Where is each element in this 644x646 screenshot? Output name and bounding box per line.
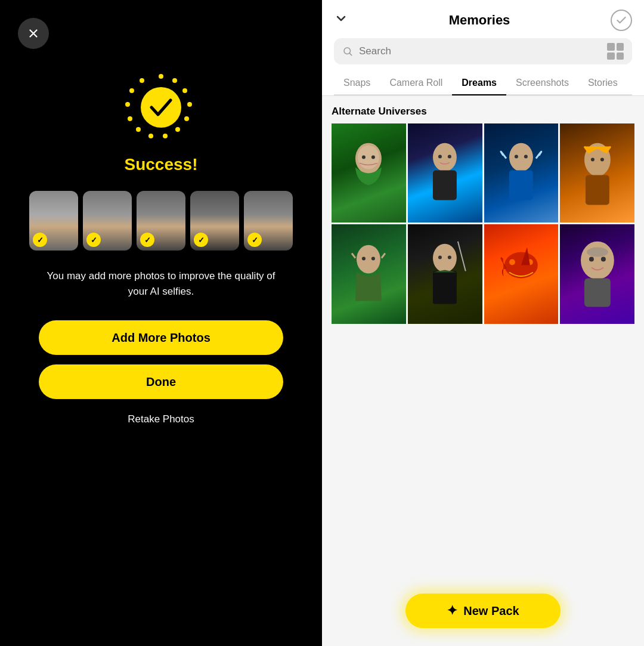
dream-image-5[interactable]: [332, 224, 406, 323]
sun-success-icon: [125, 72, 197, 143]
svg-point-22: [448, 154, 451, 158]
svg-point-46: [587, 248, 608, 257]
photos-row: ✓ ✓ ✓ ✓ ✓: [29, 191, 293, 251]
svg-rect-28: [586, 175, 609, 205]
svg-rect-43: [584, 278, 611, 307]
dream-image-6[interactable]: [408, 224, 482, 323]
dreams-grid-top: [332, 123, 634, 222]
svg-point-45: [601, 257, 606, 262]
photo-thumb-1: ✓: [29, 191, 78, 251]
svg-rect-24: [509, 170, 533, 200]
check-badge-5: ✓: [247, 233, 262, 247]
add-more-photos-button[interactable]: Add More Photos: [39, 320, 283, 355]
new-pack-button[interactable]: ✦ New Pack: [405, 594, 561, 628]
svg-point-40: [509, 259, 515, 265]
new-pack-btn-container: ✦ New Pack: [405, 594, 561, 628]
svg-line-38: [458, 242, 466, 271]
dreams-grid-bottom: [332, 224, 634, 323]
tabs-row: Snaps Camera Roll Dreams Screenshots Sto…: [334, 73, 632, 95]
svg-point-12: [140, 78, 144, 83]
photo-thumb-5: ✓: [244, 191, 293, 251]
check-badge-4: ✓: [194, 233, 208, 247]
svg-point-17: [362, 155, 366, 159]
svg-point-36: [438, 256, 442, 259]
done-button[interactable]: Done: [39, 364, 283, 399]
tab-camera-roll[interactable]: Camera Roll: [380, 73, 452, 94]
memories-content: Alternate Universes: [322, 96, 644, 646]
memories-top-row: Memories: [334, 10, 632, 31]
svg-point-16: [358, 145, 379, 169]
dream-image-4[interactable]: [560, 123, 634, 222]
sparkle-icon: ✦: [447, 603, 457, 619]
dream-image-8[interactable]: [560, 224, 634, 323]
dream-image-2[interactable]: [408, 123, 482, 222]
svg-point-33: [371, 257, 375, 261]
check-badge-3: ✓: [140, 233, 154, 247]
close-icon: [27, 27, 40, 40]
svg-point-29: [591, 157, 595, 161]
tab-dreams[interactable]: Dreams: [452, 73, 506, 94]
success-label: Success!: [125, 155, 198, 174]
svg-point-8: [136, 127, 141, 132]
svg-point-30: [600, 157, 604, 161]
svg-point-39: [504, 252, 538, 279]
chevron-down-icon[interactable]: [334, 11, 348, 29]
svg-point-23: [509, 143, 533, 171]
svg-point-26: [524, 154, 528, 158]
svg-point-7: [148, 134, 153, 138]
new-pack-label: New Pack: [463, 604, 519, 618]
svg-point-6: [163, 134, 168, 138]
svg-point-37: [448, 256, 451, 259]
retake-photos-button[interactable]: Retake Photos: [128, 413, 194, 425]
photo-thumb-3: ✓: [137, 191, 185, 251]
tab-screenshots[interactable]: Screenshots: [506, 73, 578, 94]
description-text: You may add more photos to improve the q…: [42, 268, 280, 299]
svg-point-4: [184, 116, 189, 121]
svg-point-1: [172, 78, 177, 83]
search-icon: [342, 46, 353, 57]
svg-point-34: [433, 244, 457, 273]
svg-point-21: [438, 154, 442, 158]
svg-point-9: [128, 116, 132, 121]
svg-point-2: [182, 88, 187, 93]
check-badge-1: ✓: [33, 233, 47, 247]
tab-stories[interactable]: Stories: [578, 73, 627, 94]
search-input[interactable]: [359, 45, 601, 57]
check-badge-2: ✓: [86, 233, 101, 247]
svg-point-18: [371, 155, 375, 159]
svg-point-0: [159, 74, 163, 79]
success-icon-container: [125, 72, 197, 143]
photo-thumb-4: ✓: [190, 191, 239, 251]
memories-title: Memories: [449, 13, 510, 28]
svg-point-3: [187, 102, 192, 107]
svg-point-13: [141, 87, 181, 128]
section-title: Alternate Universes: [332, 106, 634, 118]
select-all-icon[interactable]: [611, 10, 632, 31]
close-button[interactable]: [18, 18, 49, 49]
left-panel: Success! ✓ ✓ ✓ ✓ ✓ You may add more phot…: [0, 0, 322, 646]
dream-image-7[interactable]: [484, 224, 559, 323]
dream-image-1[interactable]: [332, 123, 406, 222]
sun-rays-svg: [125, 72, 197, 143]
svg-point-32: [362, 257, 366, 261]
svg-point-5: [175, 127, 180, 132]
svg-point-31: [357, 245, 380, 274]
right-panel: Memories Snaps Camera Roll: [322, 0, 644, 646]
svg-point-25: [515, 154, 518, 158]
photo-thumb-2: ✓: [83, 191, 132, 251]
svg-point-10: [125, 102, 130, 107]
svg-rect-20: [433, 170, 457, 200]
memories-header: Memories Snaps Camera Roll: [322, 0, 644, 96]
svg-point-11: [129, 88, 134, 93]
dream-image-3[interactable]: [484, 123, 559, 222]
search-bar: [334, 38, 632, 64]
svg-point-19: [433, 143, 457, 171]
svg-point-44: [589, 257, 594, 262]
svg-point-42: [581, 242, 614, 280]
grid-view-icon[interactable]: [607, 43, 624, 60]
svg-rect-35: [433, 271, 457, 304]
tab-snaps[interactable]: Snaps: [334, 73, 380, 94]
